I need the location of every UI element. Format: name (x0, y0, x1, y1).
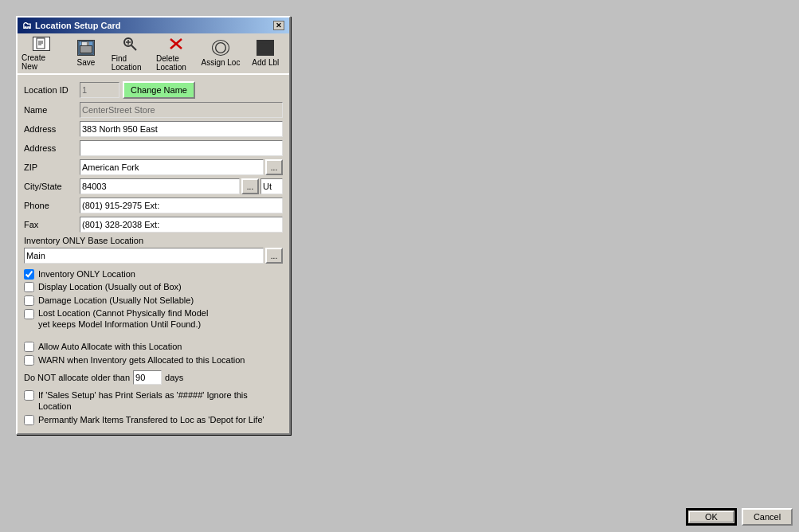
bottom-buttons: OK Cancel (686, 508, 793, 526)
svg-point-14 (216, 43, 226, 53)
find-location-button[interactable]: Find Location (109, 35, 153, 72)
zip-row: ZIP ... (24, 159, 283, 175)
inv-base-section: Inventory ONLY Base Location ... (24, 236, 283, 264)
phone-input[interactable] (80, 198, 283, 213)
assign-loc-button[interactable]: Assign Loc (198, 35, 242, 72)
do-not-allocate-row: Do NOT allocate older than days (24, 370, 283, 385)
dialog-title-bar: 🗂 Location Setup Card ✕ (18, 18, 289, 33)
checkbox-group-1: Inventory ONLY Location Display Location… (24, 268, 283, 330)
lost-loc-checkbox[interactable] (24, 309, 34, 319)
name-label: Name (24, 105, 80, 115)
dialog-title-left: 🗂 Location Setup Card (22, 20, 121, 31)
find-icon (122, 36, 139, 52)
zip-browse-button[interactable]: ... (265, 159, 283, 175)
auto-allocate-label: Allow Auto Allocate with this Location (38, 341, 182, 352)
display-loc-checkbox[interactable] (24, 282, 34, 292)
svg-rect-5 (81, 48, 92, 53)
warn-allocate-checkbox[interactable] (24, 355, 34, 366)
sales-setup-label: If 'Sales Setup' has Print Serials as '#… (38, 389, 283, 413)
save-label: Save (77, 58, 96, 67)
permanently-mark-checkbox[interactable] (24, 415, 34, 425)
delete-location-button[interactable]: Delete Location (154, 35, 198, 72)
do-not-allocate-suffix: days (165, 373, 183, 382)
name-input[interactable] (80, 102, 283, 118)
save-button[interactable]: Save (64, 35, 108, 72)
svg-rect-7 (87, 42, 89, 46)
phone-label: Phone (24, 201, 80, 210)
location-id-row: Location ID Change Name (24, 81, 283, 99)
address1-input[interactable] (80, 121, 283, 137)
sales-setup-checkbox[interactable] (24, 390, 34, 401)
display-loc-label: Display Location (Usually out of Box) (38, 281, 182, 292)
display-loc-row: Display Location (Usually out of Box) (24, 281, 283, 292)
inv-only-checkbox[interactable] (24, 269, 34, 280)
address1-row: Address (24, 121, 283, 137)
add-lbl-button[interactable]: Add Lbl (244, 35, 288, 72)
address2-label: Address (24, 143, 80, 153)
inv-base-label: Inventory ONLY Base Location (24, 236, 283, 245)
main-window: 🗂 Location Setup Card ✕ (0, 0, 799, 532)
fax-row: Fax (24, 217, 283, 233)
phone-row: Phone (24, 198, 283, 213)
delete-icon (167, 36, 185, 52)
state-input[interactable] (260, 178, 283, 194)
name-row: Name (24, 102, 283, 118)
svg-rect-15 (259, 43, 272, 53)
location-id-input[interactable] (80, 82, 119, 98)
damage-loc-row: Damage Location (Usually Not Sellable) (24, 295, 283, 306)
zip-label: ZIP (24, 162, 80, 172)
sales-setup-row: If 'Sales Setup' has Print Serials as '#… (24, 389, 283, 413)
checkbox-group-2: Allow Auto Allocate with this Location W… (24, 341, 283, 366)
inv-only-row: Inventory ONLY Location (24, 268, 283, 280)
create-new-label: Create New (22, 53, 61, 71)
assign-icon (212, 40, 229, 56)
damage-loc-label: Damage Location (Usually Not Sellable) (38, 295, 194, 306)
warn-allocate-row: WARN when Inventory gets Allocated to th… (24, 354, 283, 366)
svg-line-9 (131, 45, 136, 50)
zip-input[interactable] (80, 159, 264, 175)
dialog-title-text: Location Setup Card (35, 21, 121, 30)
citystate-row: City/State ... (24, 178, 283, 194)
citystate-label: City/State (24, 182, 80, 191)
days-input[interactable] (133, 370, 162, 385)
fax-label: Fax (24, 220, 80, 229)
toolbar: Create New Save (18, 33, 289, 75)
auto-allocate-row: Allow Auto Allocate with this Location (24, 341, 283, 352)
dialog-close-btn[interactable]: ✕ (273, 21, 284, 30)
address-label: Address (24, 124, 80, 134)
permanently-mark-row: Permantly Mark Items Transfered to Loc a… (24, 414, 283, 425)
save-icon (77, 40, 95, 56)
location-setup-dialog: 🗂 Location Setup Card ✕ (16, 16, 291, 435)
inv-only-label: Inventory ONLY Location (38, 268, 135, 280)
do-not-allocate-prefix: Do NOT allocate older than (24, 373, 130, 382)
fax-input[interactable] (80, 217, 283, 233)
change-name-button[interactable]: Change Name (123, 81, 195, 99)
delete-location-label: Delete Location (156, 54, 195, 72)
warn-allocate-label: WARN when Inventory gets Allocated to th… (38, 354, 245, 366)
inv-base-row: ... (24, 248, 283, 264)
city-input[interactable] (80, 178, 240, 194)
address2-row: Address (24, 140, 283, 156)
permanently-mark-label: Permantly Mark Items Transfered to Loc a… (38, 414, 264, 425)
document-icon (33, 37, 50, 51)
dialog-title-icon: 🗂 (22, 20, 32, 31)
assign-loc-label: Assign Loc (202, 58, 241, 67)
city-browse-button[interactable]: ... (241, 178, 259, 194)
find-location-label: Find Location (112, 54, 151, 72)
cancel-button[interactable]: Cancel (742, 508, 793, 526)
inv-base-browse-button[interactable]: ... (265, 248, 283, 264)
addlbl-icon (257, 40, 274, 56)
lost-loc-row: Lost Location (Cannot Physically find Mo… (24, 307, 283, 331)
damage-loc-checkbox[interactable] (24, 295, 34, 306)
form-area: Location ID Change Name Name Address Add… (18, 75, 289, 433)
add-lbl-label: Add Lbl (252, 58, 279, 67)
lost-loc-label: Lost Location (Cannot Physically find Mo… (38, 307, 208, 331)
checkbox-group-3: If 'Sales Setup' has Print Serials as '#… (24, 389, 283, 425)
create-new-button[interactable]: Create New (19, 35, 63, 72)
location-id-label: Location ID (24, 85, 80, 95)
auto-allocate-checkbox[interactable] (24, 342, 34, 352)
inv-base-input[interactable] (24, 248, 264, 264)
ok-button[interactable]: OK (686, 508, 737, 526)
address2-input[interactable] (80, 140, 283, 156)
